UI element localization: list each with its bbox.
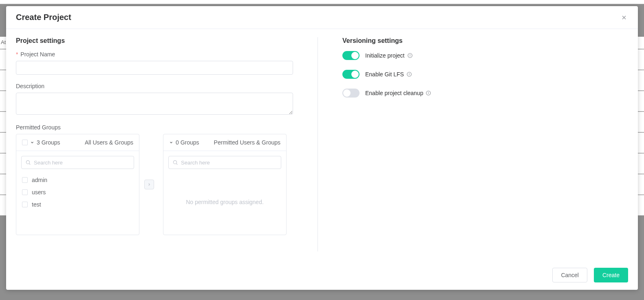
project-name-label: * Project Name bbox=[16, 51, 305, 58]
dialog-title: Create Project bbox=[16, 13, 71, 22]
column-divider bbox=[318, 37, 318, 251]
all-groups-list: admin users test bbox=[21, 174, 134, 230]
dialog-header: Create Project bbox=[6, 6, 638, 29]
close-button[interactable] bbox=[620, 13, 628, 22]
group-item-label: test bbox=[32, 201, 41, 208]
description-input[interactable] bbox=[16, 93, 293, 115]
all-groups-search-input[interactable] bbox=[21, 156, 134, 169]
search-icon bbox=[172, 160, 178, 165]
dialog-body: Project settings * Project Name Descript… bbox=[6, 29, 638, 262]
permitted-empty-message: No permitted groups assigned. bbox=[168, 174, 281, 230]
chevron-right-icon bbox=[147, 182, 151, 187]
permitted-groups-title: Permitted Users & Groups bbox=[214, 139, 280, 146]
description-group: Description bbox=[16, 83, 305, 116]
versioning-settings-column: Versioning settings Initialize project E… bbox=[330, 37, 628, 254]
required-indicator: * bbox=[16, 51, 18, 58]
group-checkbox[interactable] bbox=[22, 177, 28, 183]
select-all-checkbox[interactable] bbox=[22, 140, 28, 145]
enable-project-cleanup-row: Enable project cleanup bbox=[342, 89, 628, 98]
info-icon[interactable] bbox=[406, 71, 412, 77]
group-checkbox[interactable] bbox=[22, 202, 28, 207]
permitted-groups-count: 0 Groups bbox=[176, 139, 199, 146]
permitted-groups-label: Permitted Groups bbox=[16, 124, 305, 131]
info-icon[interactable] bbox=[426, 90, 431, 96]
dialog-footer: Cancel Create bbox=[6, 262, 638, 290]
permitted-search-input[interactable] bbox=[168, 156, 281, 169]
all-groups-count: 3 Groups bbox=[37, 139, 60, 146]
permitted-groups-panel: 0 Groups Permitted Users & Groups bbox=[163, 134, 287, 235]
project-name-group: * Project Name bbox=[16, 51, 305, 75]
all-groups-search-wrap bbox=[21, 156, 134, 169]
group-checkbox[interactable] bbox=[22, 189, 28, 195]
close-icon bbox=[621, 14, 627, 21]
group-item-label: users bbox=[32, 189, 46, 196]
enable-git-lfs-label: Enable Git LFS bbox=[365, 71, 404, 78]
create-button[interactable]: Create bbox=[594, 268, 628, 282]
all-groups-panel: 3 Groups All Users & Groups bbox=[16, 134, 139, 235]
search-icon bbox=[25, 160, 31, 165]
permitted-search-wrap bbox=[168, 156, 281, 169]
initialize-project-row: Initialize project bbox=[342, 51, 628, 60]
group-item-label: admin bbox=[32, 177, 47, 183]
initialize-project-label: Initialize project bbox=[365, 52, 405, 59]
versioning-settings-title: Versioning settings bbox=[342, 37, 628, 44]
svg-point-3 bbox=[410, 54, 410, 55]
enable-project-cleanup-toggle[interactable] bbox=[342, 89, 359, 98]
expand-icon[interactable] bbox=[30, 140, 34, 144]
project-settings-column: Project settings * Project Name Descript… bbox=[16, 37, 318, 254]
group-item[interactable]: test bbox=[21, 198, 134, 211]
all-groups-header: 3 Groups All Users & Groups bbox=[16, 134, 139, 151]
expand-icon[interactable] bbox=[169, 140, 173, 144]
permitted-groups-header: 0 Groups Permitted Users & Groups bbox=[163, 134, 286, 151]
group-transfer-row: 3 Groups All Users & Groups bbox=[16, 134, 305, 235]
info-icon[interactable] bbox=[407, 53, 413, 58]
project-name-input[interactable] bbox=[16, 61, 293, 75]
cancel-button[interactable]: Cancel bbox=[552, 268, 587, 282]
svg-point-5 bbox=[409, 73, 410, 73]
svg-point-1 bbox=[173, 160, 176, 164]
create-project-dialog: Create Project Project settings * Projec… bbox=[6, 6, 638, 290]
enable-project-cleanup-label: Enable project cleanup bbox=[365, 90, 423, 96]
svg-point-0 bbox=[26, 160, 29, 164]
group-item[interactable]: users bbox=[21, 186, 134, 198]
project-settings-title: Project settings bbox=[16, 37, 305, 44]
initialize-project-toggle[interactable] bbox=[342, 51, 359, 60]
description-label: Description bbox=[16, 83, 305, 89]
permitted-groups-group: Permitted Groups 3 Groups bbox=[16, 124, 305, 235]
all-groups-title: All Users & Groups bbox=[85, 139, 133, 146]
transfer-right-button[interactable] bbox=[144, 180, 154, 189]
group-item[interactable]: admin bbox=[21, 174, 134, 186]
enable-git-lfs-row: Enable Git LFS bbox=[342, 70, 628, 79]
bg-col-label: At bbox=[1, 39, 6, 45]
enable-git-lfs-toggle[interactable] bbox=[342, 70, 359, 79]
svg-point-7 bbox=[428, 92, 429, 92]
